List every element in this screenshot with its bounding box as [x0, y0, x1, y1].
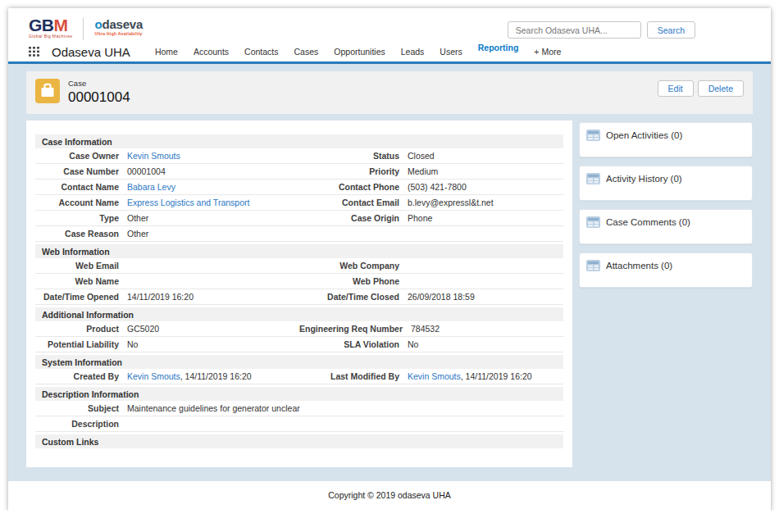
page-footer: Copyright © 2019 odaseva UHA	[8, 481, 771, 511]
field-label: Subject	[35, 403, 127, 413]
field-value: Kevin Smouts, 14/11/2019 16:20	[408, 371, 532, 381]
nav-item-users[interactable]: Users	[440, 47, 462, 57]
field-row: Case ReasonOther	[35, 226, 563, 242]
field-cell: Case OriginPhone	[299, 211, 563, 225]
field-value: 784532	[411, 324, 440, 334]
nav-item-more[interactable]: + More	[534, 47, 561, 57]
field-row: SubjectMaintenance guidelines for genera…	[35, 401, 563, 416]
field-link[interactable]: Kevin Smouts	[127, 151, 180, 161]
field-label: Contact Phone	[299, 182, 408, 192]
record-header: Case 00001004 EditDelete	[26, 71, 753, 114]
field-value: Maintenance guidelines for generator unc…	[127, 403, 300, 413]
related-list-card-activity-history[interactable]: Activity History (0)	[579, 166, 753, 201]
related-list-icon	[586, 260, 600, 275]
content-row: Case InformationCase OwnerKevin SmoutsSt…	[26, 120, 753, 467]
field-text: No	[127, 339, 138, 349]
field-row: Case OwnerKevin SmoutsStatusClosed	[35, 148, 563, 164]
field-text: No	[408, 339, 418, 349]
field-value: Kevin Smouts	[127, 151, 180, 161]
related-list-card-case-comments[interactable]: Case Comments (0)	[579, 209, 753, 244]
field-value: Other	[127, 229, 148, 239]
field-text: , 14/11/2019 16:20	[180, 371, 252, 381]
field-value: Closed	[408, 151, 435, 161]
gbm-logo-subtext: Global Big Machines	[29, 34, 72, 39]
edit-button[interactable]: Edit	[658, 80, 694, 97]
field-value: 14/11/2019 16:20	[127, 292, 194, 302]
field-link[interactable]: Babara Levy	[127, 182, 175, 192]
section-custom-links: Custom Links	[35, 434, 563, 448]
field-cell: Case OwnerKevin Smouts	[35, 148, 299, 163]
app-launcher-icon[interactable]	[29, 47, 41, 57]
field-link[interactable]: Express Logistics and Transport	[127, 198, 249, 207]
section-title: Description Information	[35, 387, 563, 401]
field-value: Kevin Smouts, 14/11/2019 16:20	[127, 371, 252, 381]
page: GBM Global Big Machines odaseva Ultra Hi…	[8, 8, 771, 511]
nav-item-home[interactable]: Home	[155, 47, 178, 57]
nav-item-opportunities[interactable]: Opportunities	[334, 47, 385, 57]
related-list-icon	[586, 130, 600, 144]
nav-item-reporting[interactable]: Reporting	[478, 43, 519, 52]
field-label: Product	[35, 324, 127, 334]
app-name: Odaseva UHA	[52, 45, 130, 59]
related-list-card-attachments[interactable]: Attachments (0)	[579, 252, 753, 288]
section-description-information: Description InformationSubjectMaintenanc…	[35, 387, 563, 432]
field-link[interactable]: Kevin Smouts	[408, 371, 461, 381]
field-value: Express Logistics and Transport	[127, 198, 249, 207]
section-case-information: Case InformationCase OwnerKevin SmoutsSt…	[35, 134, 563, 242]
delete-button[interactable]: Delete	[698, 80, 744, 97]
case-icon	[35, 79, 60, 114]
section-title: Case Information	[35, 134, 563, 148]
copyright-text: Copyright © 2019 odaseva UHA	[328, 490, 451, 500]
field-cell	[299, 226, 563, 241]
nav-item-cases[interactable]: Cases	[294, 47, 319, 57]
field-cell: Case Number00001004	[35, 164, 299, 179]
search-area: Search	[508, 21, 695, 39]
section-web-information: Web InformationWeb EmailWeb CompanyWeb N…	[35, 244, 563, 305]
related-lists: Open Activities (0)Activity History (0)C…	[579, 120, 753, 288]
field-cell: Date/Time Closed26/09/2018 18:59	[299, 289, 563, 304]
nav-item-leads[interactable]: Leads	[401, 47, 425, 57]
field-label: Web Email	[35, 261, 127, 271]
field-text: Closed	[408, 151, 435, 161]
app-header: GBM Global Big Machines odaseva Ultra Hi…	[8, 8, 771, 64]
nav-item-contacts[interactable]: Contacts	[244, 47, 278, 57]
related-list-title: Attachments (0)	[606, 261, 672, 271]
section-system-information: System InformationCreated ByKevin Smouts…	[35, 355, 563, 384]
field-cell: Created ByKevin Smouts, 14/11/2019 16:20	[35, 369, 299, 384]
field-text: 784532	[411, 324, 440, 334]
field-link[interactable]: Kevin Smouts	[127, 371, 180, 381]
section-title: Web Information	[35, 244, 563, 258]
search-input[interactable]	[508, 21, 641, 39]
related-list-icon	[586, 173, 600, 188]
search-button[interactable]: Search	[647, 21, 695, 39]
related-list-card-open-activities[interactable]: Open Activities (0)	[579, 122, 753, 157]
field-cell: Web Email	[35, 258, 299, 273]
field-text: Phone	[408, 213, 432, 223]
field-value: (503) 421-7800	[408, 182, 467, 192]
field-text: Other	[127, 213, 148, 223]
field-text: (503) 421-7800	[408, 182, 467, 192]
field-value: Phone	[408, 213, 432, 223]
field-cell: StatusClosed	[299, 148, 563, 163]
field-row: ProductGC5020Engineering Req Number78453…	[35, 321, 563, 337]
field-label: Date/Time Closed	[299, 292, 408, 302]
field-cell: SubjectMaintenance guidelines for genera…	[35, 401, 563, 416]
field-value: No	[127, 339, 138, 349]
section-title: System Information	[35, 355, 563, 369]
field-label: Case Number	[35, 166, 127, 176]
field-label: Last Modified By	[299, 371, 408, 381]
field-cell: TypeOther	[35, 211, 299, 225]
nav-item-accounts[interactable]: Accounts	[194, 47, 229, 57]
field-cell: Account NameExpress Logistics and Transp…	[35, 195, 299, 210]
related-list-title: Activity History (0)	[606, 174, 682, 184]
logo-row: GBM Global Big Machines odaseva Ultra Hi…	[8, 8, 771, 42]
field-cell: Web Name	[35, 274, 299, 289]
field-value: b.levy@expressl&t.net	[408, 198, 494, 207]
section-title: Additional Information	[35, 307, 563, 321]
field-row: Description	[35, 416, 563, 432]
field-label: Web Company	[299, 261, 408, 271]
field-label: Contact Email	[299, 198, 408, 207]
detail-panel: Case InformationCase OwnerKevin SmoutsSt…	[26, 120, 572, 467]
field-row: Date/Time Opened14/11/2019 16:20Date/Tim…	[35, 289, 563, 305]
field-row: TypeOtherCase OriginPhone	[35, 211, 563, 226]
